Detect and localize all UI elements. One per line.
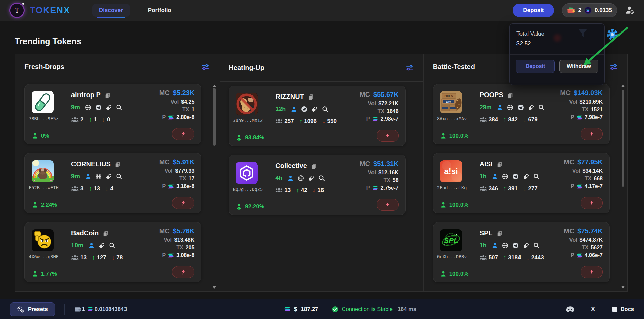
- quick-buy-button[interactable]: [581, 128, 603, 140]
- profile-icon[interactable]: [492, 242, 498, 249]
- price-value: 3.16e-8: [176, 183, 194, 189]
- account-settings-icon[interactable]: [625, 6, 635, 15]
- copy-address-icon[interactable]: [507, 92, 513, 99]
- mc-label: MC: [564, 227, 574, 235]
- quick-buy-button[interactable]: [172, 197, 194, 209]
- x-twitter-icon[interactable]: [591, 305, 595, 313]
- profile-icon[interactable]: [492, 173, 498, 180]
- globe-icon[interactable]: [95, 173, 102, 180]
- column-filter-sliders-icon[interactable]: [406, 64, 414, 72]
- scroll-up-arrow[interactable]: [212, 85, 216, 87]
- profile-icon[interactable]: [88, 242, 95, 249]
- buys-up-icon: ↑: [89, 185, 92, 192]
- search-icon[interactable]: [116, 173, 122, 180]
- page-settings-gear-icon[interactable]: [606, 28, 619, 41]
- search-icon[interactable]: [116, 104, 122, 111]
- telegram-icon[interactable]: [517, 104, 524, 111]
- latency-value: 164 ms: [398, 306, 416, 312]
- tx-label: TX: [182, 107, 189, 113]
- globe-icon[interactable]: [502, 173, 508, 180]
- quick-buy-button[interactable]: [581, 266, 603, 278]
- globe-icon[interactable]: [298, 175, 304, 181]
- quick-buy-button[interactable]: [377, 199, 399, 211]
- dropdown-withdraw-button[interactable]: Withdraw: [559, 60, 598, 73]
- search-icon[interactable]: [533, 173, 540, 180]
- scroll-down-arrow[interactable]: [621, 286, 625, 289]
- search-icon[interactable]: [538, 104, 545, 111]
- quick-buy-button[interactable]: [377, 130, 399, 142]
- scrollbar[interactable]: [212, 85, 217, 289]
- token-card-cornelius[interactable]: F52B...wETH CORNELIUS 9m 3 ↑13 ↓4: [24, 153, 201, 213]
- globe-icon[interactable]: [502, 242, 508, 249]
- wallet-summary-chip[interactable]: 2 0.0135: [562, 3, 617, 17]
- pump-icon[interactable]: [308, 175, 314, 181]
- top-holders-pct: 2.24%: [41, 202, 57, 208]
- quick-buy-button[interactable]: [172, 266, 194, 278]
- copy-address-icon[interactable]: [496, 161, 503, 168]
- quick-buy-button[interactable]: [581, 197, 603, 209]
- pump-icon[interactable]: [106, 173, 112, 180]
- quick-buy-button[interactable]: [172, 128, 194, 140]
- copy-address-icon[interactable]: [496, 230, 503, 237]
- pump-icon[interactable]: [523, 173, 529, 180]
- search-icon[interactable]: [318, 175, 325, 181]
- scrollbar[interactable]: [621, 85, 625, 289]
- token-address: BQJg...DqZ5: [229, 187, 266, 192]
- token-card-aisi[interactable]: a!si 2Fad...afKg AISI 1h 346 ↑391: [433, 153, 610, 213]
- search-icon[interactable]: [322, 106, 328, 112]
- column-filter-sliders-icon[interactable]: [201, 63, 209, 71]
- nav-tab-discover[interactable]: Discover: [92, 4, 130, 17]
- pump-icon[interactable]: [523, 242, 529, 249]
- globe-icon[interactable]: [507, 104, 513, 111]
- column-filter-sliders-icon[interactable]: [610, 63, 618, 71]
- sells-down-icon: ↓: [105, 185, 109, 192]
- price-value: 4.06e-7: [585, 252, 603, 258]
- copy-address-icon[interactable]: [102, 230, 109, 237]
- token-card-rizznut[interactable]: 3uh9...MX12 RIZZNUT 12h 257 ↑1096 ↓550: [229, 86, 405, 146]
- pump-icon[interactable]: [99, 242, 105, 249]
- dropdown-deposit-button[interactable]: Deposit: [516, 60, 555, 73]
- filter-funnel-icon[interactable]: [578, 29, 587, 38]
- token-card-airdrop-p[interactable]: 78Bh...9E5z airdrop P 9m 2 ↑1 ↓0: [24, 84, 201, 144]
- nav-tab-portfolio[interactable]: Portfolio: [148, 7, 171, 14]
- copy-address-icon[interactable]: [114, 161, 121, 168]
- pump-icon[interactable]: [528, 104, 534, 111]
- profile-icon[interactable]: [291, 106, 297, 112]
- docs-link[interactable]: Docs: [611, 306, 634, 313]
- telegram-icon[interactable]: [512, 173, 519, 180]
- pump-icon[interactable]: [106, 104, 112, 111]
- holders-icon: [275, 119, 283, 124]
- token-card-collective[interactable]: BQJg...DqZ5 Collective 4h 13 ↑42 ↓16: [229, 155, 405, 215]
- token-card-spl[interactable]: SPL GcXb...DBBv SPL 1h 507 ↑3184: [433, 222, 610, 282]
- tx-count: 1646: [387, 108, 399, 114]
- market-cap-value: $51.31K: [373, 160, 399, 168]
- deposit-button[interactable]: Deposit: [513, 4, 554, 17]
- scroll-thumb[interactable]: [622, 90, 624, 187]
- scroll-down-arrow[interactable]: [212, 286, 216, 289]
- price-value: 3.08e-8: [176, 252, 194, 258]
- copy-address-icon[interactable]: [104, 92, 111, 99]
- app-logo[interactable]: T: [9, 3, 25, 18]
- discord-icon[interactable]: [566, 306, 575, 313]
- token-card-badcoin[interactable]: 4X6w...q3HF BadCoin 10m 13 ↑127 ↓78 MC$5…: [24, 222, 201, 282]
- token-image-rainbow-dog: [32, 160, 54, 182]
- profile-icon[interactable]: [85, 173, 91, 180]
- pump-icon[interactable]: [311, 106, 318, 112]
- telegram-icon[interactable]: [95, 104, 102, 111]
- telegram-icon[interactable]: [301, 106, 307, 112]
- scroll-up-arrow[interactable]: [621, 85, 625, 87]
- presets-button[interactable]: Presets: [10, 302, 55, 316]
- footer-divider: [64, 304, 65, 315]
- scroll-thumb[interactable]: [213, 88, 216, 146]
- profile-icon[interactable]: [497, 104, 503, 111]
- globe-icon[interactable]: [85, 104, 91, 111]
- copy-address-icon[interactable]: [308, 94, 314, 100]
- profile-icon[interactable]: [287, 175, 294, 181]
- tx-count: 5627: [591, 245, 603, 251]
- copy-address-icon[interactable]: [311, 163, 317, 169]
- search-icon[interactable]: [109, 242, 115, 249]
- token-card-poops[interactable]: POOPS$100 8Axn...xMAv POOPS 29m 384 ↑842: [433, 84, 610, 144]
- telegram-icon[interactable]: [512, 242, 519, 249]
- search-icon[interactable]: [533, 242, 540, 249]
- footer-wallet-balance[interactable]: 1 0.010843843: [74, 306, 127, 312]
